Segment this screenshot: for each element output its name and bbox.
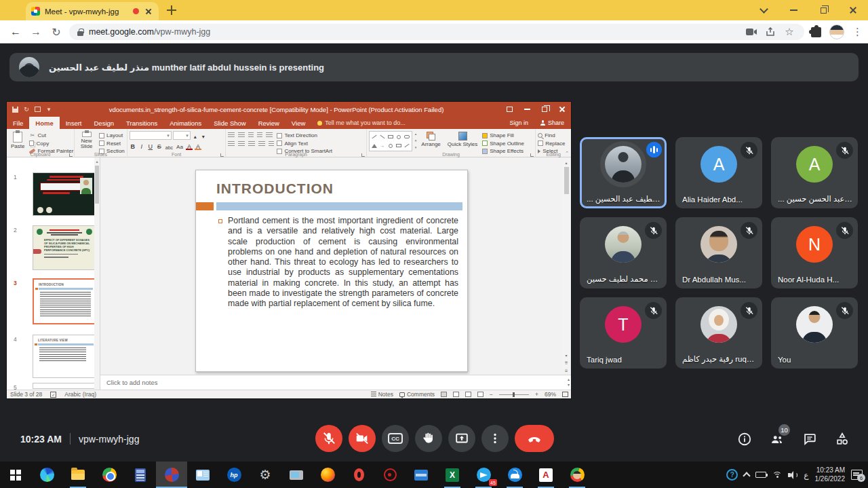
- undo-icon[interactable]: ↻: [23, 106, 30, 113]
- decrease-indent-icon[interactable]: [248, 132, 254, 138]
- volume-indicator[interactable]: [788, 471, 797, 479]
- gallery-more-icon[interactable]: ▾: [415, 145, 417, 149]
- taskbar-edge[interactable]: [31, 462, 62, 488]
- shapes-gallery[interactable]: →: [369, 131, 412, 151]
- shape-fill-button[interactable]: Shape Fill: [482, 132, 524, 138]
- shrink-font-button[interactable]: ▾: [200, 132, 207, 140]
- tab-animations[interactable]: Animations: [163, 117, 208, 129]
- arrange-button[interactable]: Arrange: [419, 131, 442, 150]
- font-size-select[interactable]: ▾: [173, 131, 191, 140]
- sign-in-button[interactable]: Sign in: [504, 117, 534, 129]
- paragraph-dialog-launcher[interactable]: [361, 153, 365, 157]
- camera-in-use-button[interactable]: [745, 26, 758, 38]
- scroll-up-icon[interactable]: ▴: [563, 159, 570, 166]
- participant-tile[interactable]: A ... عقيل عبد الحسن حسين: [771, 137, 858, 208]
- tab-search-button[interactable]: [749, 0, 778, 20]
- taskbar-file-explorer[interactable]: [62, 462, 94, 488]
- slide-body-text[interactable]: Portland cement is the most important in…: [228, 216, 458, 309]
- clipboard-dialog-launcher[interactable]: [69, 153, 73, 157]
- notes-toggle-button[interactable]: Notes: [371, 391, 393, 398]
- taskbar-display-app[interactable]: [281, 462, 312, 488]
- taskbar-opera[interactable]: [343, 462, 374, 488]
- leave-call-button[interactable]: [515, 425, 554, 452]
- ppt-close-button[interactable]: [553, 102, 571, 117]
- scroll-up-icon[interactable]: ▴: [94, 157, 100, 164]
- align-text-button[interactable]: Align Text: [277, 140, 332, 147]
- participant-tile[interactable]: محمد لطيف حسين Mo...: [580, 217, 667, 288]
- tab-home[interactable]: Home: [29, 117, 59, 129]
- language-indicator[interactable]: ع: [804, 470, 808, 480]
- bullets-icon[interactable]: [228, 132, 235, 138]
- increase-indent-icon[interactable]: [257, 132, 262, 138]
- extensions-icon[interactable]: [811, 27, 821, 37]
- font-color-button[interactable]: A: [195, 142, 201, 150]
- taskbar-calculator[interactable]: [125, 462, 156, 488]
- slide-thumbnail-4[interactable]: LITERATURE VIEW: [33, 335, 96, 378]
- browser-tab[interactable]: Meet - vpw-mwyh-jgg: [26, 2, 159, 20]
- tab-view[interactable]: View: [285, 117, 311, 129]
- scroll-up-icon[interactable]: ▴: [568, 377, 570, 381]
- zoom-in-button[interactable]: +: [535, 391, 538, 398]
- taskbar-snipping-tool[interactable]: [156, 462, 187, 488]
- drawing-dialog-launcher[interactable]: [530, 153, 534, 157]
- taskbar-contacts[interactable]: [187, 462, 218, 488]
- taskbar-excel[interactable]: X: [437, 462, 468, 488]
- taskbar-hp[interactable]: hp: [218, 462, 250, 488]
- taskbar-autocad[interactable]: A: [530, 462, 561, 488]
- participant-tile[interactable]: N Noor Al-Huda H...: [771, 217, 858, 288]
- ppt-share-button[interactable]: Share: [534, 117, 571, 129]
- next-slide-button[interactable]: ⇊: [563, 367, 570, 373]
- slide-sorter-view-button[interactable]: [453, 392, 459, 397]
- participant-tile[interactable]: A Alia Haider Abd...: [675, 137, 762, 208]
- slide-title[interactable]: INTRODUCTION: [216, 181, 334, 197]
- tab-review[interactable]: Review: [252, 117, 285, 129]
- quick-styles-button[interactable]: Quick Styles: [446, 131, 479, 150]
- participant-tile-you[interactable]: You: [771, 297, 858, 369]
- mic-toggle-button[interactable]: [315, 425, 342, 452]
- reload-button[interactable]: ↻: [47, 23, 65, 41]
- layout-button[interactable]: Layout: [99, 132, 125, 138]
- tray-expand-button[interactable]: [744, 471, 749, 478]
- window-close-button[interactable]: [838, 0, 868, 20]
- zoom-out-button[interactable]: −: [490, 391, 493, 398]
- gallery-up-icon[interactable]: ▴: [415, 132, 417, 136]
- new-tab-button[interactable]: [167, 5, 176, 15]
- reading-view-button[interactable]: [465, 392, 471, 397]
- window-restore-button[interactable]: [808, 0, 838, 20]
- scroll-down-icon[interactable]: ▾: [568, 382, 570, 387]
- show-everyone-button[interactable]: 10: [769, 431, 785, 447]
- fit-to-window-button[interactable]: [562, 392, 568, 397]
- scroll-down-icon[interactable]: ▾: [563, 352, 570, 358]
- tell-me-box[interactable]: Tell me what you want to do...: [311, 117, 412, 129]
- profile-avatar[interactable]: [829, 24, 844, 39]
- scrollbar-thumb[interactable]: [564, 167, 569, 194]
- taskbar-clock[interactable]: 10:23 AM 1/26/2022: [815, 466, 846, 483]
- scrollbar-thumb[interactable]: [95, 166, 99, 204]
- activities-button[interactable]: [834, 431, 850, 447]
- slide-thumbnail-2[interactable]: EFFECT OF DIFFERENT DOSAGES OF SILICA FU…: [33, 225, 96, 270]
- align-right-icon[interactable]: [248, 141, 255, 147]
- text-direction-button[interactable]: Text Direction: [277, 132, 332, 138]
- help-button[interactable]: ?: [726, 469, 738, 481]
- spellcheck-icon[interactable]: ✓: [50, 392, 56, 398]
- change-case-button[interactable]: Aa: [176, 142, 184, 150]
- strikethrough-button[interactable]: S: [156, 142, 163, 150]
- ppt-restore-button[interactable]: [536, 102, 553, 117]
- tab-slide-show[interactable]: Slide Show: [208, 117, 252, 129]
- paste-button[interactable]: Paste: [9, 131, 26, 150]
- shape-outline-button[interactable]: Shape Outline: [482, 140, 524, 147]
- taskbar-shareit[interactable]: [499, 462, 530, 488]
- tab-design[interactable]: Design: [87, 117, 120, 129]
- numbering-icon[interactable]: [238, 132, 245, 138]
- forward-button[interactable]: →: [27, 23, 45, 41]
- save-icon[interactable]: [12, 107, 18, 113]
- tab-close-button[interactable]: [144, 7, 153, 16]
- tab-insert[interactable]: Insert: [60, 117, 88, 129]
- grow-font-button[interactable]: ▴: [192, 132, 199, 140]
- slide-thumbnail-5-partial[interactable]: [33, 383, 96, 389]
- gallery-down-icon[interactable]: ▾: [415, 138, 417, 143]
- italic-button[interactable]: I: [138, 142, 145, 150]
- ppt-titlebar[interactable]: ↻ ▾ vdocuments.in_strength-of-silica-fum…: [7, 102, 571, 117]
- notification-center-button[interactable]: 6: [851, 470, 863, 480]
- taskbar-movie-app[interactable]: [406, 462, 437, 488]
